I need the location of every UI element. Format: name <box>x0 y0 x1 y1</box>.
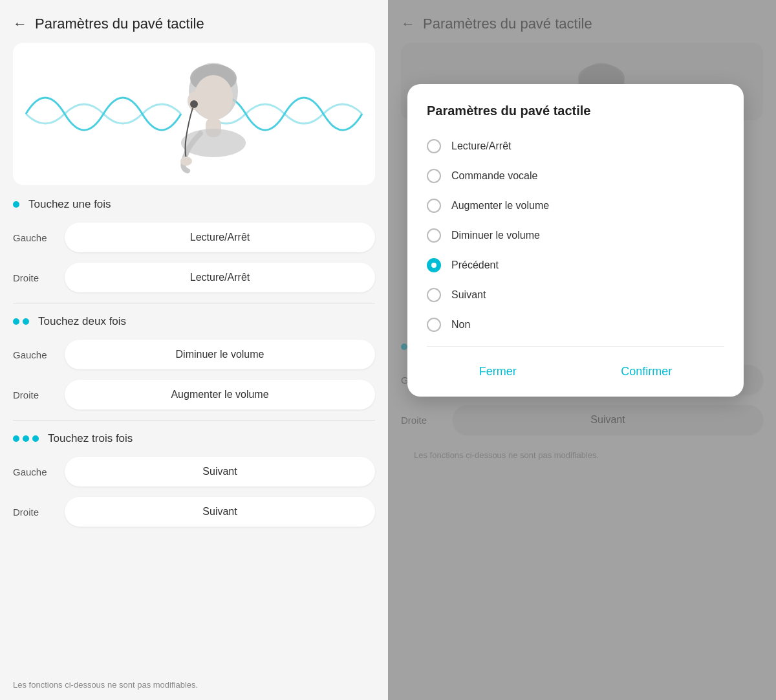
touch-twice-gauche-label: Gauche <box>13 349 65 360</box>
radio-option-augmenter[interactable]: Augmenter le volume <box>427 191 724 221</box>
radio-option-commande[interactable]: Commande vocale <box>427 161 724 191</box>
touch-once-title: Touchez une fois <box>28 198 111 211</box>
touch-twice-gauche-row: Gauche Diminuer le volume <box>13 334 375 375</box>
radio-option-non[interactable]: Non <box>427 310 724 340</box>
touch-twice-title: Touchez deux fois <box>38 315 126 328</box>
left-back-button[interactable]: ← <box>13 16 27 32</box>
radio-label-suivant: Suivant <box>451 289 486 301</box>
radio-circle-non <box>427 318 441 332</box>
dialog-actions: Fermer Confirmer <box>427 346 724 390</box>
touch-twice-gauche-button[interactable]: Diminuer le volume <box>65 340 375 369</box>
dot-3a <box>13 435 19 442</box>
dot-2b <box>23 318 29 325</box>
radio-option-diminuer[interactable]: Diminuer le volume <box>427 221 724 250</box>
touch-once-section-header: Touchez une fois <box>13 198 375 211</box>
touch-once-gauche-label: Gauche <box>13 232 65 243</box>
touch-twice-droite-row: Droite Augmenter le volume <box>13 375 375 415</box>
radio-option-precedent[interactable]: Précédent <box>427 250 724 280</box>
touch-twice-section-header: Touchez deux fois <box>13 315 375 328</box>
radio-circle-diminuer <box>427 228 441 243</box>
radio-circle-precedent <box>427 258 441 272</box>
svg-point-6 <box>181 129 246 157</box>
touch-three-gauche-button[interactable]: Suivant <box>65 457 375 487</box>
radio-option-lecture[interactable]: Lecture/Arrêt <box>427 131 724 161</box>
touch-once-gauche-row: Gauche Lecture/Arrêt <box>13 217 375 257</box>
dot-1 <box>13 201 19 208</box>
svg-point-7 <box>180 157 192 166</box>
touch-three-gauche-row: Gauche Suivant <box>13 452 375 492</box>
radio-label-lecture: Lecture/Arrêt <box>451 140 511 152</box>
dot-3b <box>23 435 29 442</box>
radio-circle-lecture <box>427 139 441 153</box>
illustration-box <box>13 43 375 185</box>
dialog: Paramètres du pavé tactile Lecture/Arrêt… <box>407 84 744 397</box>
divider-2 <box>13 420 375 421</box>
radio-circle-suivant <box>427 288 441 302</box>
left-panel: ← Paramètres du pavé tactile <box>0 0 388 700</box>
radio-option-suivant[interactable]: Suivant <box>427 280 724 310</box>
right-panel: ← Paramètres du pavé tactile <box>388 0 776 700</box>
touch-three-title: Touchez trois fois <box>48 432 133 445</box>
touch-twice-dots <box>13 318 29 325</box>
touch-three-droite-button[interactable]: Suivant <box>65 497 375 527</box>
radio-label-diminuer: Diminuer le volume <box>451 230 540 241</box>
svg-point-4 <box>190 100 198 108</box>
radio-circle-augmenter <box>427 199 441 213</box>
touch-three-dots <box>13 435 39 442</box>
dialog-close-button[interactable]: Fermer <box>460 360 536 384</box>
touch-once-dots <box>13 201 19 208</box>
dialog-title: Paramètres du pavé tactile <box>427 104 724 118</box>
radio-label-commande: Commande vocale <box>451 170 537 182</box>
left-footer-note: Les fonctions ci-dessous ne sont pas mod… <box>0 670 388 700</box>
touch-twice-droite-label: Droite <box>13 389 65 400</box>
dot-2a <box>13 318 19 325</box>
touch-three-gauche-label: Gauche <box>13 466 65 477</box>
left-content: Touchez une fois Gauche Lecture/Arrêt Dr… <box>0 43 388 670</box>
touch-three-section-header: Touchez trois fois <box>13 432 375 445</box>
divider-1 <box>13 303 375 303</box>
touch-once-droite-row: Droite Lecture/Arrêt <box>13 257 375 298</box>
touch-once-droite-button[interactable]: Lecture/Arrêt <box>65 263 375 292</box>
radio-label-augmenter: Augmenter le volume <box>451 200 549 212</box>
dialog-confirm-button[interactable]: Confirmer <box>601 360 691 384</box>
touch-once-droite-label: Droite <box>13 272 65 283</box>
touch-three-droite-row: Droite Suivant <box>13 492 375 532</box>
left-header: ← Paramètres du pavé tactile <box>0 0 388 43</box>
radio-label-non: Non <box>451 319 470 331</box>
radio-circle-commande <box>427 169 441 183</box>
touch-once-gauche-button[interactable]: Lecture/Arrêt <box>65 223 375 252</box>
touch-twice-droite-button[interactable]: Augmenter le volume <box>65 380 375 410</box>
dot-3c <box>32 435 39 442</box>
left-page-title: Paramètres du pavé tactile <box>35 16 204 32</box>
touch-three-droite-label: Droite <box>13 507 65 518</box>
radio-label-precedent: Précédent <box>451 259 499 271</box>
